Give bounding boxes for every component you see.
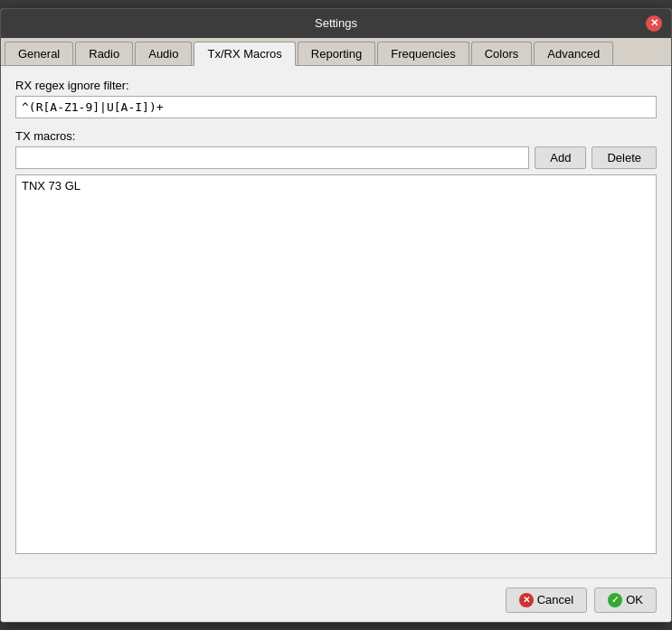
cancel-icon: ✕	[519, 593, 534, 607]
close-button[interactable]: ✕	[646, 15, 662, 32]
tx-macros-input[interactable]	[15, 146, 529, 169]
macros-list: TNX 73 GL	[15, 174, 657, 554]
macro-item[interactable]: TNX 73 GL	[22, 179, 650, 193]
window-title: Settings	[315, 16, 357, 30]
title-bar: Settings ✕	[1, 9, 671, 38]
tab-reporting[interactable]: Reporting	[298, 42, 375, 65]
tab-frequencies[interactable]: Frequencies	[377, 42, 469, 65]
rx-filter-label: RX regex ignore filter:	[15, 79, 657, 92]
ok-icon: ✓	[608, 593, 622, 607]
tab-colors[interactable]: Colors	[471, 42, 533, 65]
tab-txrx-macros[interactable]: Tx/RX Macros	[194, 42, 295, 66]
add-button[interactable]: Add	[535, 146, 586, 169]
rx-filter-input[interactable]	[15, 96, 657, 118]
ok-button[interactable]: ✓ OK	[594, 588, 657, 613]
delete-button[interactable]: Delete	[592, 146, 657, 169]
tab-bar: General Radio Audio Tx/RX Macros Reporti…	[1, 38, 671, 66]
settings-window: Settings ✕ General Radio Audio Tx/RX Mac…	[0, 8, 672, 623]
tx-macros-row: Add Delete	[15, 146, 657, 169]
rx-filter-group: RX regex ignore filter:	[15, 79, 657, 118]
tab-advanced[interactable]: Advanced	[534, 42, 613, 65]
tx-macros-group: TX macros: Add Delete TNX 73 GL	[15, 129, 657, 554]
content-area: RX regex ignore filter: TX macros: Add D…	[1, 66, 671, 578]
footer: ✕ Cancel ✓ OK	[1, 578, 671, 622]
tab-audio[interactable]: Audio	[135, 42, 192, 65]
tx-macros-label: TX macros:	[15, 129, 657, 143]
tab-general[interactable]: General	[5, 42, 73, 65]
tab-radio[interactable]: Radio	[75, 42, 133, 65]
cancel-button[interactable]: ✕ Cancel	[506, 588, 587, 613]
